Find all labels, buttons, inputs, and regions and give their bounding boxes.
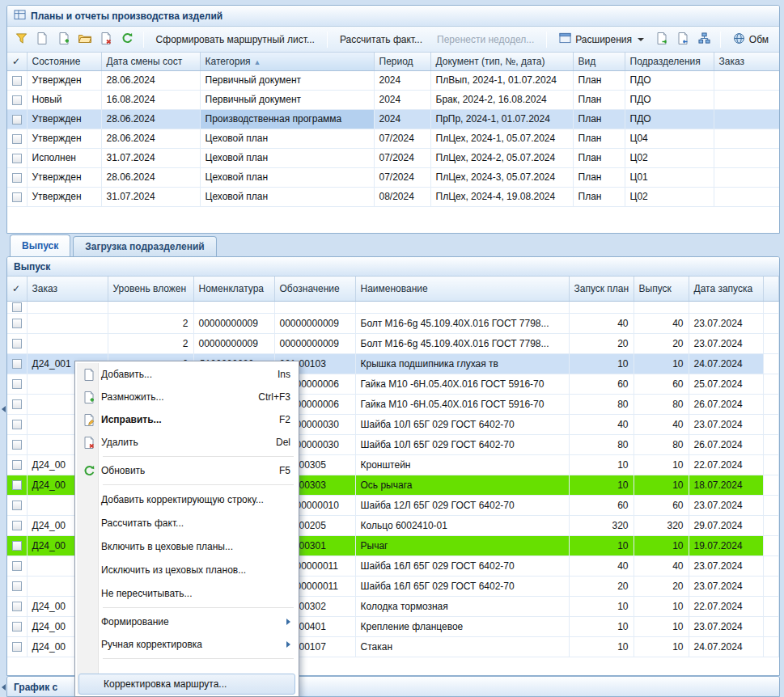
open-folder-button[interactable] — [76, 30, 94, 49]
col-order[interactable]: Заказ — [714, 53, 779, 70]
vypusk-panel-header: Выпуск — [7, 257, 779, 277]
sitemap-icon — [698, 32, 710, 47]
extensions-button[interactable]: Расширения — [553, 30, 650, 49]
col-name[interactable]: Наименование — [355, 277, 569, 301]
menu-item-add[interactable]: Добавить... Ins — [77, 363, 297, 386]
row-checkbox[interactable] — [12, 399, 22, 409]
col-nomenclature[interactable]: Номенклатура — [193, 277, 274, 301]
collapse-splitter-button[interactable] — [0, 401, 6, 417]
row-checkbox[interactable] — [12, 319, 22, 328]
hierarchy-button[interactable] — [696, 30, 714, 49]
col-state[interactable]: Состояние — [27, 53, 101, 70]
cell-kind: План — [578, 133, 602, 144]
plan-row[interactable]: Исполнен 31.07.2024 Цеховой план 07/2024… — [7, 148, 779, 167]
plan-row[interactable]: Утвержден 28.06.2024 Первичный документ … — [7, 70, 779, 90]
row-checkbox[interactable] — [12, 134, 22, 144]
col-document[interactable]: Документ (тип, №, дата) — [430, 53, 573, 70]
route-sheet-button[interactable]: Сформировать маршрутный лист... — [150, 32, 320, 48]
row-checkbox[interactable] — [12, 379, 22, 389]
row-checkbox[interactable] — [12, 95, 22, 105]
check-icon: ✓ — [12, 56, 20, 67]
menu-item-formation[interactable]: Формирование — [77, 610, 297, 633]
select-all-header[interactable]: ✓ — [7, 277, 27, 301]
row-checkbox[interactable] — [12, 420, 22, 429]
row-checkbox[interactable] — [12, 339, 22, 348]
row-checkbox[interactable] — [12, 173, 22, 183]
cell-kind: План — [578, 152, 602, 163]
menu-item-include-shop-plans[interactable]: Включить в цеховые планы... — [77, 534, 297, 558]
plans-toolbar: Сформировать маршрутный лист... Рассчита… — [7, 27, 779, 53]
row-checkbox[interactable] — [12, 192, 22, 202]
menu-item-duplicate[interactable]: Размножить... Ctrl+F3 — [77, 386, 297, 408]
filter-button[interactable] — [12, 30, 30, 49]
row-checkbox[interactable] — [12, 581, 22, 591]
refresh-button[interactable] — [118, 30, 136, 49]
plan-row[interactable]: Новый 16.08.2024 Первичный документ 2024… — [7, 90, 779, 109]
add-document-icon — [77, 369, 101, 381]
collapse-bottom-splitter-button[interactable] — [0, 679, 6, 695]
row-checkbox[interactable] — [12, 622, 22, 632]
calc-fact-button[interactable]: Рассчитать факт... — [334, 32, 428, 48]
cell-state: Утвержден — [32, 113, 82, 125]
menu-item-calc-fact[interactable]: Рассчитать факт... — [77, 511, 297, 534]
tab-zagruzka-podrazdeleniy[interactable]: Загрузка подразделений — [73, 236, 216, 256]
row-checkbox[interactable] — [12, 521, 22, 530]
row-checkbox[interactable] — [12, 154, 22, 163]
col-designation[interactable]: Обозначение — [274, 277, 355, 301]
cell-name: Гайка М10 -6Н.05.40Х.016 ГОСТ 5916-70 — [361, 378, 545, 390]
export-button[interactable] — [653, 30, 671, 49]
menu-item-edit[interactable]: Исправить... F2 — [77, 408, 297, 431]
select-all-header[interactable]: ✓ — [7, 53, 27, 70]
col-launch-plan[interactable]: Запуск план — [569, 277, 634, 301]
menu-item-refresh[interactable]: Обновить F5 — [77, 459, 297, 482]
menu-item-delete[interactable]: Удалить Del — [77, 431, 297, 454]
plan-row[interactable]: Утвержден 28.06.2024 Производственная пр… — [7, 109, 779, 129]
row-checkbox[interactable] — [12, 501, 22, 510]
menu-item-manual-correction[interactable]: Ручная корректировка — [77, 633, 297, 656]
cell-launch-date: 24.07.2024 — [694, 641, 743, 653]
plan-row[interactable]: Утвержден 31.07.2024 Цеховой план 08/202… — [7, 187, 779, 206]
tab-vypusk[interactable]: Выпуск — [10, 234, 70, 256]
col-order[interactable]: Заказ — [27, 277, 108, 301]
cell-launch-plan: 20 — [617, 338, 628, 349]
row-checkbox[interactable] — [12, 440, 22, 450]
col-output[interactable]: Выпуск — [634, 277, 689, 301]
cell-launch-plan: 40 — [617, 560, 628, 572]
output-row[interactable] — [7, 301, 779, 313]
row-checkbox[interactable] — [12, 561, 22, 571]
chevron-down-icon — [638, 38, 644, 41]
output-row[interactable]: 2 00000000009 00000000009 Болт М16-6g 45… — [7, 313, 779, 333]
row-checkbox[interactable] — [12, 76, 22, 86]
output-row[interactable]: 2 00000000009 00000000009 Болт М16-6g 45… — [7, 333, 779, 353]
col-nesting-level[interactable]: Уровень вложен — [108, 277, 193, 301]
row-checkbox[interactable] — [12, 642, 22, 652]
col-kind[interactable]: Вид — [573, 53, 625, 70]
row-checkbox[interactable] — [12, 359, 22, 369]
row-checkbox[interactable] — [12, 541, 22, 551]
col-state-date[interactable]: Дата смены сост — [101, 53, 200, 70]
exchange-label: Обм — [749, 34, 769, 45]
delete-button[interactable] — [97, 30, 115, 49]
col-launch-date[interactable]: Дата запуска — [689, 277, 763, 301]
plan-row[interactable]: Утвержден 28.06.2024 Цеховой план 07/202… — [7, 167, 779, 187]
menu-item-route-correction[interactable]: Корректировка маршрута... — [78, 674, 295, 695]
plan-row[interactable]: Утвержден 28.06.2024 Цеховой план 07/202… — [7, 129, 779, 148]
cell-state: Утвержден — [32, 191, 82, 202]
exchange-button[interactable]: Обм — [727, 30, 774, 49]
cell-launch-date: 25.07.2024 — [694, 378, 743, 390]
menu-item-no-recalc[interactable]: Не пересчитывать... — [77, 581, 297, 605]
row-checkbox[interactable] — [12, 480, 22, 490]
row-checkbox[interactable] — [12, 115, 22, 125]
import-button[interactable] — [674, 30, 692, 49]
row-checkbox[interactable] — [12, 460, 22, 470]
duplicate-document-icon — [77, 391, 101, 403]
menu-item-exclude-shop-plans[interactable]: Исключить из цеховых планов... — [77, 558, 297, 581]
col-period[interactable]: Период — [374, 53, 430, 70]
add-button[interactable] — [33, 30, 51, 49]
row-checkbox[interactable] — [12, 302, 22, 312]
row-checkbox[interactable] — [12, 602, 22, 611]
duplicate-button[interactable] — [55, 30, 73, 49]
col-category[interactable]: Категория▲ — [200, 53, 374, 70]
menu-item-add-correction-line[interactable]: Добавить корректирующую строку... — [77, 488, 297, 511]
col-departments[interactable]: Подразделения — [625, 53, 714, 70]
